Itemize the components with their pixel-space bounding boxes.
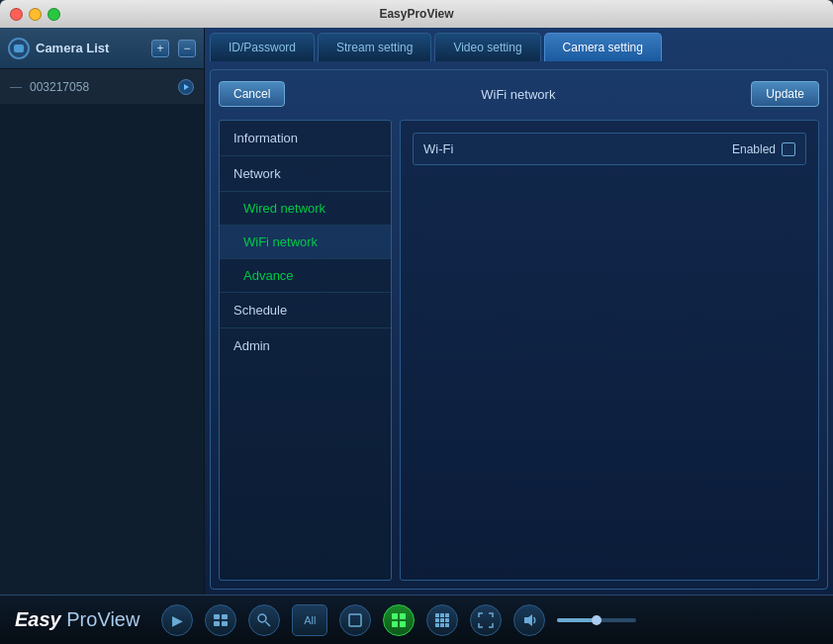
menu-item-information[interactable]: Information — [220, 121, 391, 156]
camera-id: 003217058 — [30, 80, 89, 94]
svg-rect-12 — [440, 613, 444, 617]
svg-rect-14 — [435, 618, 439, 622]
update-button[interactable]: Update — [751, 81, 819, 107]
close-button[interactable] — [10, 8, 23, 21]
svg-rect-0 — [214, 614, 220, 619]
sidebar-empty-area — [0, 105, 204, 595]
camera-dash: — — [10, 80, 22, 94]
brand-logo: Easy ProView — [15, 608, 139, 631]
svg-rect-9 — [392, 621, 398, 627]
svg-rect-17 — [435, 623, 439, 627]
remove-camera-button[interactable]: − — [178, 40, 196, 57]
bottom-bar: Easy ProView ▶ All — [0, 595, 833, 644]
wifi-label: Wi-Fi — [423, 141, 732, 156]
title-bar: EasyProView — [0, 0, 833, 28]
svg-rect-15 — [440, 618, 444, 622]
svg-rect-18 — [440, 623, 444, 627]
all-view-button[interactable]: All — [292, 604, 327, 636]
svg-rect-6 — [349, 614, 361, 626]
camera-icon — [8, 38, 30, 59]
cancel-button[interactable]: Cancel — [219, 81, 285, 107]
tab-video-setting[interactable]: Video setting — [434, 33, 540, 61]
sidebar: Camera List + − — 003217058 — [0, 28, 205, 595]
panel-header: Cancel WiFi network Update — [219, 78, 819, 110]
tabs-bar: ID/Password Stream setting Video setting… — [210, 33, 828, 61]
fullscreen-button[interactable] — [470, 604, 502, 636]
window-title: EasyProView — [379, 7, 453, 21]
svg-rect-10 — [400, 621, 406, 627]
slider-thumb[interactable] — [592, 615, 602, 625]
camera-list-header: Camera List + − — [0, 28, 204, 69]
add-camera-button[interactable]: + — [151, 40, 169, 57]
svg-rect-3 — [222, 621, 228, 626]
play-all-button[interactable]: ▶ — [161, 604, 193, 636]
main-container: Camera List + − — 003217058 ID/Password … — [0, 28, 833, 595]
svg-rect-7 — [392, 613, 398, 619]
svg-rect-1 — [222, 614, 228, 619]
menu-item-admin[interactable]: Admin — [220, 328, 391, 363]
camera-list-item[interactable]: — 003217058 — [0, 69, 204, 105]
left-menu: Information Network Wired network WiFi n… — [219, 120, 392, 581]
menu-item-wired-network[interactable]: Wired network — [220, 192, 391, 226]
menu-item-schedule[interactable]: Schedule — [220, 293, 391, 328]
maximize-button[interactable] — [47, 8, 60, 21]
settings-panel: Cancel WiFi network Update Information N… — [210, 69, 828, 590]
svg-rect-16 — [445, 618, 449, 622]
svg-rect-2 — [214, 621, 220, 626]
svg-rect-13 — [445, 613, 449, 617]
svg-rect-11 — [435, 613, 439, 617]
multi-view-button[interactable] — [426, 604, 458, 636]
volume-button[interactable] — [513, 604, 545, 636]
svg-line-5 — [266, 621, 271, 626]
right-panel: Wi-Fi Enabled — [400, 120, 819, 581]
enabled-label: Enabled — [732, 142, 776, 156]
tab-camera-setting[interactable]: Camera setting — [544, 33, 662, 61]
brand-pro: ProView — [66, 608, 139, 630]
camera-icon-inner — [14, 45, 24, 52]
camera-list-label: Camera List — [36, 41, 145, 55]
content-area: ID/Password Stream setting Video setting… — [205, 28, 833, 595]
menu-item-wifi-network[interactable]: WiFi network — [220, 226, 391, 259]
slider-track[interactable] — [557, 618, 636, 622]
menu-item-network[interactable]: Network — [220, 156, 391, 192]
window-controls[interactable] — [10, 8, 60, 21]
search-button[interactable] — [248, 604, 280, 636]
camera-switch-button[interactable] — [205, 604, 236, 636]
svg-rect-19 — [445, 623, 449, 627]
minimize-button[interactable] — [29, 8, 42, 21]
slider-fill — [557, 618, 597, 622]
svg-rect-8 — [400, 613, 406, 619]
brand-easy: Easy — [15, 608, 61, 630]
menu-item-advance[interactable]: Advance — [220, 259, 391, 293]
single-view-button[interactable] — [339, 604, 371, 636]
tab-id-password[interactable]: ID/Password — [210, 33, 315, 61]
quad-view-button[interactable] — [383, 604, 415, 636]
svg-point-4 — [258, 614, 266, 622]
panel-body: Information Network Wired network WiFi n… — [219, 120, 819, 581]
tab-stream-setting[interactable]: Stream setting — [318, 33, 431, 61]
wifi-row: Wi-Fi Enabled — [413, 133, 806, 165]
svg-marker-20 — [524, 614, 532, 626]
volume-slider[interactable] — [557, 618, 636, 622]
wifi-enabled-checkbox[interactable] — [782, 142, 795, 156]
panel-title: WiFi network — [285, 87, 751, 102]
camera-play-button[interactable] — [178, 79, 194, 95]
